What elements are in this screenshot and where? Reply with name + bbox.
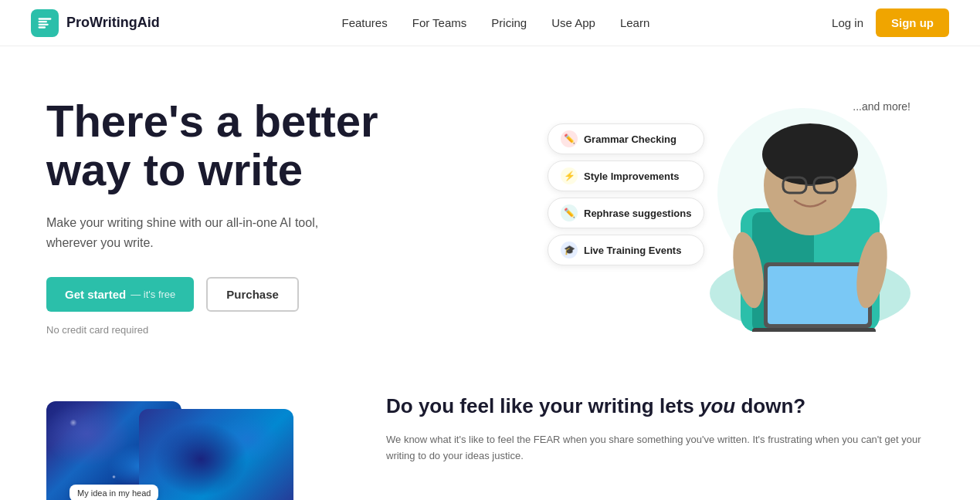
brand: ProWritingAid xyxy=(31,9,160,37)
feature-cards: ✏️ Grammar Checking ⚡ Style Improvements… xyxy=(548,123,704,265)
second-images: My idea in my head xyxy=(46,386,340,500)
feature-card-training: 🎓 Live Training Events xyxy=(548,235,704,265)
swirly-blue-bg xyxy=(139,409,293,500)
hero-section: There's a better way to write Make your … xyxy=(0,46,980,370)
navbar: ProWritingAid Features For Teams Pricing… xyxy=(0,0,980,46)
svg-rect-9 xyxy=(768,266,868,324)
nav-pricing[interactable]: Pricing xyxy=(491,16,527,29)
brand-logo xyxy=(31,9,59,37)
nav-features[interactable]: Features xyxy=(342,16,388,29)
second-body: We know what it's like to feel the FEAR … xyxy=(386,432,934,465)
training-icon: 🎓 xyxy=(561,242,578,258)
login-button[interactable]: Log in xyxy=(832,16,863,29)
second-title: Do you feel like your writing lets you d… xyxy=(386,394,934,420)
brand-name: ProWritingAid xyxy=(66,15,160,31)
hero-content: There's a better way to write Make your … xyxy=(46,96,378,336)
hero-subtitle: Make your writing shine with our all-in-… xyxy=(46,213,324,252)
svg-rect-10 xyxy=(752,328,876,332)
image-tag: My idea in my head xyxy=(70,485,158,500)
feature-card-rephrase: ✏️ Rephrase suggestions xyxy=(548,198,704,228)
no-cc-note: No credit card required xyxy=(46,324,378,336)
get-started-button[interactable]: Get started — it's free xyxy=(46,277,194,312)
purchase-button[interactable]: Purchase xyxy=(206,277,299,312)
nav-for-teams[interactable]: For Teams xyxy=(412,16,467,29)
image-front xyxy=(139,409,293,500)
hero-image-area: ✏️ Grammar Checking ⚡ Style Improvements… xyxy=(548,77,934,355)
style-icon: ⚡ xyxy=(561,167,578,184)
navbar-actions: Log in Sign up xyxy=(832,8,949,37)
hero-title: There's a better way to write xyxy=(46,96,378,195)
second-section: My idea in my head Do you feel like your… xyxy=(0,370,980,500)
grammar-icon: ✏️ xyxy=(561,130,578,147)
hero-buttons: Get started — it's free Purchase xyxy=(46,277,378,312)
feature-card-grammar: ✏️ Grammar Checking xyxy=(548,123,704,154)
signup-button[interactable]: Sign up xyxy=(876,8,949,37)
rephrase-icon: ✏️ xyxy=(561,204,578,221)
nav-use-app[interactable]: Use App xyxy=(551,16,595,29)
second-text: Do you feel like your writing lets you d… xyxy=(386,386,934,464)
svg-point-4 xyxy=(762,123,858,185)
nav-links: Features For Teams Pricing Use App Learn xyxy=(342,16,650,30)
person-illustration xyxy=(694,85,926,332)
feature-card-style: ⚡ Style Improvements xyxy=(548,160,704,191)
nav-learn[interactable]: Learn xyxy=(620,16,649,29)
